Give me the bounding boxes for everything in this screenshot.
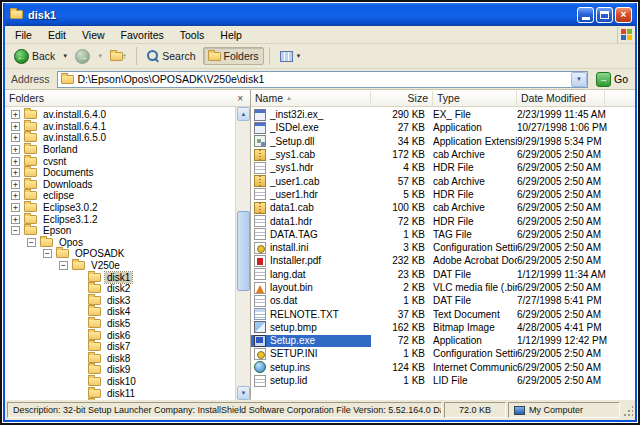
resize-grip[interactable] — [623, 403, 633, 417]
close-pane-icon[interactable]: × — [234, 93, 246, 104]
file-row[interactable]: _ISDel.exe27 KBApplication10/27/1998 1:0… — [251, 121, 635, 134]
tree-item-disk2[interactable]: disk2 — [5, 283, 235, 295]
menu-help[interactable]: Help — [212, 27, 250, 43]
tree-item-av-install-6-4-1[interactable]: +av.install.6.4.1 — [5, 121, 235, 133]
forward-button[interactable]: → — [70, 46, 95, 67]
file-row[interactable]: RELNOTE.TXT37 KBText Document6/29/2005 2… — [251, 307, 635, 320]
folder-label: Borland — [41, 144, 79, 155]
collapse-icon[interactable]: − — [11, 226, 20, 235]
expand-icon[interactable]: + — [11, 203, 20, 212]
file-name-cell: layout.bin — [251, 282, 371, 294]
search-button[interactable]: Search — [142, 47, 200, 65]
file-row[interactable]: Installer.pdf232 KBAdobe Acrobat Doc...6… — [251, 254, 635, 267]
tree-item-eclipse3-1-2[interactable]: +Eclipse3.1.2 — [5, 213, 235, 225]
file-row[interactable]: setup.ins124 KBInternet Communic...6/29/… — [251, 361, 635, 374]
title-bar[interactable]: disk1 × — [5, 3, 635, 26]
expand-icon[interactable]: + — [11, 180, 20, 189]
forward-dropdown-icon[interactable]: ▼ — [97, 53, 103, 59]
menu-file[interactable]: File — [7, 27, 40, 43]
tree-item-disk3[interactable]: disk3 — [5, 295, 235, 307]
tree-item-sp1[interactable]: +SP1 — [5, 399, 235, 400]
file-row[interactable]: _Setup.dll34 KBApplication Extension9/29… — [251, 135, 635, 148]
scrollbar-thumb[interactable] — [237, 211, 250, 291]
tree-item-av-install-6-4-0[interactable]: +av.install.6.4.0 — [5, 109, 235, 121]
tree-item-disk11[interactable]: disk11 — [5, 387, 235, 399]
tree-item-av-install-6-5-0[interactable]: +av.install.6.5.0 — [5, 132, 235, 144]
expand-icon[interactable]: + — [11, 133, 20, 142]
menu-view[interactable]: View — [74, 27, 113, 43]
tree-item-cvsnt[interactable]: +cvsnt — [5, 155, 235, 167]
expand-icon[interactable]: + — [11, 157, 20, 166]
address-combo[interactable]: D:\Epson\Opos\OPOSADK\V250e\disk1 ▼ — [57, 71, 588, 88]
scroll-up-icon[interactable]: ▲ — [237, 107, 250, 121]
tree-item-epson[interactable]: −Epson — [5, 225, 235, 237]
tree-item-disk8[interactable]: disk8 — [5, 352, 235, 364]
tree-item-v250e[interactable]: −V250e — [5, 260, 235, 272]
scroll-down-icon[interactable]: ▼ — [237, 386, 250, 400]
menu-favorites[interactable]: Favorites — [113, 27, 172, 43]
expand-icon[interactable]: + — [11, 110, 20, 119]
file-row[interactable]: _sys1.cab172 KBcab Archive6/29/2005 2:50… — [251, 148, 635, 161]
tree-item-disk6[interactable]: disk6 — [5, 329, 235, 341]
folders-button[interactable]: Folders — [203, 47, 264, 65]
file-row[interactable]: os.dat1 KBDAT File7/27/1998 5:41 PM — [251, 294, 635, 307]
maximize-button[interactable] — [596, 7, 613, 23]
back-dropdown-icon[interactable]: ▼ — [62, 53, 68, 59]
file-name-cell: data1.cab — [251, 202, 371, 214]
file-row[interactable]: lang.dat23 KBDAT File1/12/1999 11:34 AM — [251, 268, 635, 281]
tree-item-disk10[interactable]: disk10 — [5, 376, 235, 388]
expand-icon[interactable]: + — [11, 215, 20, 224]
file-row[interactable]: SETUP.INI1 KBConfiguration Settings6/29/… — [251, 347, 635, 360]
file-row[interactable]: install.ini3 KBConfiguration Settings6/2… — [251, 241, 635, 254]
file-row[interactable]: Setup.exe72 KBApplication1/12/1999 12:42… — [251, 334, 635, 347]
file-row[interactable]: _inst32i.ex_290 KBEX_ File2/23/1999 11:4… — [251, 108, 635, 121]
file-row[interactable]: setup.lid1 KBLID File6/29/2005 2:50 AM — [251, 374, 635, 387]
file-name-cell: _ISDel.exe — [251, 122, 371, 134]
file-row[interactable]: DATA.TAG1 KBTAG File6/29/2005 2:50 AM — [251, 228, 635, 241]
go-button[interactable]: → Go — [592, 72, 632, 87]
expand-icon[interactable]: + — [11, 122, 20, 131]
expand-icon[interactable]: + — [11, 145, 20, 154]
file-row[interactable]: _sys1.hdr4 KBHDR File6/29/2005 2:50 AM — [251, 161, 635, 174]
tree-item-eclipse3-0-2[interactable]: +Eclipse3.0.2 — [5, 202, 235, 214]
tree-item-borland[interactable]: +Borland — [5, 144, 235, 156]
minimize-button[interactable] — [577, 7, 594, 23]
file-row[interactable]: setup.bmp162 KBBitmap Image4/28/2005 4:4… — [251, 321, 635, 334]
file-row[interactable]: data1.hdr72 KBHDR File6/29/2005 2:50 AM — [251, 214, 635, 227]
menu-tools[interactable]: Tools — [172, 27, 213, 43]
file-row[interactable]: _user1.cab57 KBcab Archive6/29/2005 2:50… — [251, 174, 635, 187]
views-button[interactable]: ▼ — [275, 48, 307, 65]
tree-item-opos[interactable]: −Opos — [5, 237, 235, 249]
tree-item-eclipse[interactable]: +eclipse — [5, 190, 235, 202]
tree-item-disk7[interactable]: disk7 — [5, 341, 235, 353]
file-name: DATA.TAG — [270, 229, 318, 240]
tree-item-documents[interactable]: +Documents — [5, 167, 235, 179]
column-header-date-modified[interactable]: Date Modified — [517, 91, 605, 105]
column-header-type[interactable]: Type — [433, 91, 517, 105]
collapse-icon[interactable]: − — [27, 238, 36, 247]
up-button[interactable]: ↑ — [105, 49, 131, 64]
column-header-name[interactable]: Name ▲ — [251, 91, 371, 105]
file-date: 6/29/2005 2:50 AM — [517, 309, 635, 320]
expand-icon[interactable]: + — [11, 191, 20, 200]
collapse-icon[interactable]: − — [43, 249, 52, 258]
address-path[interactable]: D:\Epson\Opos\OPOSADK\V250e\disk1 — [78, 73, 567, 85]
tree-scrollbar[interactable]: ▲ ▼ — [235, 107, 250, 400]
tree-item-downloads[interactable]: +Downloads — [5, 179, 235, 191]
tree-item-disk9[interactable]: disk9 — [5, 364, 235, 376]
column-header-size[interactable]: Size — [371, 91, 433, 105]
menu-edit[interactable]: Edit — [40, 27, 74, 43]
tree-item-disk1[interactable]: disk1 — [5, 271, 235, 283]
folder-label: disk6 — [105, 330, 132, 341]
file-row[interactable]: layout.bin2 KBVLC media file (.bin)6/29/… — [251, 281, 635, 294]
close-button[interactable]: × — [615, 7, 632, 23]
tree-item-disk4[interactable]: disk4 — [5, 306, 235, 318]
collapse-icon[interactable]: − — [59, 261, 68, 270]
tree-item-disk5[interactable]: disk5 — [5, 318, 235, 330]
back-button[interactable]: ← Back — [9, 46, 60, 67]
address-dropdown-button[interactable]: ▼ — [571, 72, 587, 87]
file-row[interactable]: _user1.hdr5 KBHDR File6/29/2005 2:50 AM — [251, 188, 635, 201]
file-row[interactable]: data1.cab100 KBcab Archive6/29/2005 2:50… — [251, 201, 635, 214]
tree-item-oposadk[interactable]: −OPOSADK — [5, 248, 235, 260]
expand-icon[interactable]: + — [11, 168, 20, 177]
